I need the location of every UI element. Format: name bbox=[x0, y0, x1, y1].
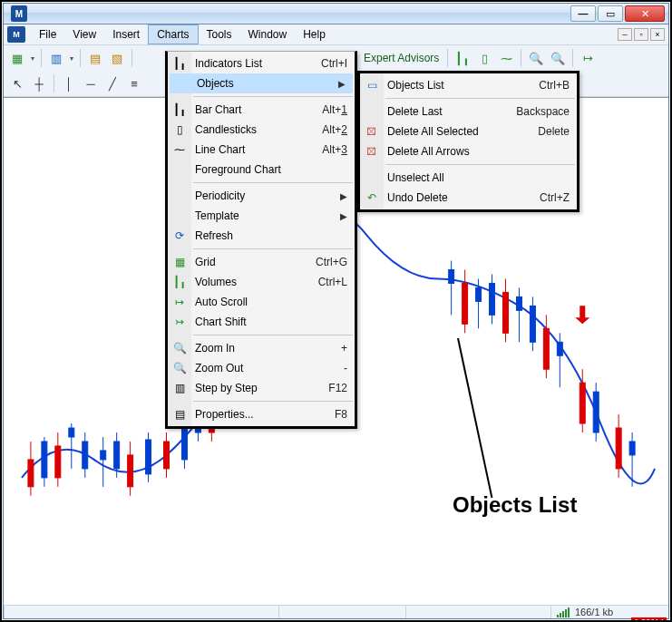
expert-advisors-label[interactable]: Expert Advisors bbox=[360, 52, 443, 64]
menu-item-template[interactable]: Template▶ bbox=[168, 206, 355, 226]
svg-rect-35 bbox=[579, 383, 585, 423]
svg-rect-23 bbox=[181, 423, 187, 460]
svg-rect-21 bbox=[146, 440, 151, 474]
undo-icon: ↶ bbox=[364, 191, 380, 204]
trendline-button[interactable]: ╱ bbox=[102, 73, 122, 93]
new-chart-button[interactable]: ▦ bbox=[7, 48, 27, 68]
svg-rect-11 bbox=[42, 442, 47, 478]
svg-rect-37 bbox=[616, 428, 621, 469]
svg-rect-19 bbox=[114, 442, 120, 469]
menu-item-line-chart[interactable]: ⁓Line ChartAlt+3 bbox=[168, 140, 355, 160]
menu-item-chart-shift[interactable]: ↣Chart Shift bbox=[168, 312, 355, 332]
svg-rect-5 bbox=[128, 455, 133, 487]
svg-rect-49 bbox=[557, 342, 562, 355]
svg-rect-3 bbox=[55, 446, 61, 478]
menu-window[interactable]: Window bbox=[240, 25, 296, 44]
mdi-close-button[interactable]: × bbox=[650, 28, 665, 41]
menubar: M File View Insert Charts Tools Window H… bbox=[4, 24, 668, 45]
profiles-button[interactable]: ▥ bbox=[46, 48, 66, 68]
vline-button[interactable]: │ bbox=[59, 73, 79, 93]
indicators-icon: ┃╻ bbox=[171, 57, 188, 70]
svg-rect-31 bbox=[502, 292, 508, 333]
zoom-out-icon: 🔍 bbox=[171, 362, 188, 374]
menu-item-properties[interactable]: ▤Properties...F8 bbox=[168, 404, 355, 424]
svg-rect-41 bbox=[476, 288, 482, 302]
properties-icon: ▤ bbox=[171, 408, 188, 421]
bar-chart-button[interactable]: ┃╻ bbox=[453, 48, 472, 68]
menu-charts[interactable]: Charts bbox=[148, 24, 198, 44]
candlestick-button[interactable]: ▯ bbox=[474, 48, 494, 68]
menu-item-indicators-list[interactable]: ┃╻Indicators ListCtrl+I bbox=[168, 53, 355, 73]
menu-item-step-by-step[interactable]: ▥Step by StepF12 bbox=[168, 378, 355, 398]
menu-item-refresh[interactable]: ⟳Refresh bbox=[168, 226, 355, 246]
submenu-item-delete-last[interactable]: Delete LastBackspace bbox=[360, 102, 577, 121]
delete-arrows-icon: ⛝ bbox=[364, 145, 380, 158]
price-badge: 1.32614 bbox=[631, 617, 667, 622]
market-watch-button[interactable]: ▤ bbox=[85, 48, 105, 68]
close-button[interactable] bbox=[625, 5, 665, 22]
chart-shift-icon: ↣ bbox=[171, 316, 188, 328]
crosshair-button[interactable]: ┼ bbox=[29, 73, 49, 93]
svg-rect-1 bbox=[28, 460, 34, 487]
refresh-icon: ⟳ bbox=[171, 229, 188, 242]
submenu-item-delete-all-selected[interactable]: ⛝Delete All SelectedDelete bbox=[360, 121, 577, 141]
connection-status: 166/1 kb bbox=[575, 607, 613, 617]
menu-view[interactable]: View bbox=[64, 25, 104, 44]
menu-item-zoom-in[interactable]: 🔍Zoom In+ bbox=[168, 338, 355, 358]
menu-item-zoom-out[interactable]: 🔍Zoom Out- bbox=[168, 358, 355, 378]
zoom-in-icon: 🔍 bbox=[171, 342, 188, 355]
volumes-icon: ┃╻ bbox=[171, 276, 188, 288]
submenu-item-undo-delete[interactable]: ↶Undo DeleteCtrl+Z bbox=[360, 188, 577, 208]
delete-selected-icon: ⛝ bbox=[364, 125, 380, 138]
menu-item-grid[interactable]: ▦GridCtrl+G bbox=[168, 252, 355, 272]
navigator-button[interactable]: ▧ bbox=[107, 48, 127, 68]
cursor-button[interactable]: ↖ bbox=[7, 73, 27, 93]
menu-item-objects[interactable]: Objects▶ bbox=[170, 73, 353, 93]
menu-item-volumes[interactable]: ┃╻VolumesCtrl+L bbox=[168, 272, 355, 292]
menu-item-bar-chart[interactable]: ┃╻Bar ChartAlt+1 bbox=[168, 100, 355, 120]
submenu-item-objects-list[interactable]: ▭Objects ListCtrl+B bbox=[360, 75, 577, 95]
submenu-item-delete-all-arrows[interactable]: ⛝Delete All Arrows bbox=[360, 141, 577, 161]
submenu-item-unselect-all[interactable]: Unselect All bbox=[360, 168, 577, 188]
line-chart-button[interactable]: ⁓ bbox=[496, 48, 516, 68]
mdi-minimize-button[interactable]: – bbox=[618, 28, 632, 41]
svg-rect-15 bbox=[83, 442, 88, 469]
app-menu-icon[interactable]: M bbox=[7, 26, 25, 43]
line-chart-icon: ⁓ bbox=[171, 143, 188, 156]
charts-dropdown-menu: ┃╻Indicators ListCtrl+I Objects▶ ┃╻Bar C… bbox=[165, 51, 357, 429]
app-icon: M bbox=[11, 5, 27, 22]
menu-file[interactable]: File bbox=[31, 25, 64, 44]
svg-rect-7 bbox=[164, 442, 170, 469]
maximize-button[interactable] bbox=[598, 5, 623, 22]
svg-rect-13 bbox=[69, 428, 74, 437]
svg-rect-17 bbox=[101, 451, 106, 460]
auto-scroll-icon: ↦ bbox=[171, 296, 188, 308]
svg-rect-45 bbox=[516, 296, 521, 310]
svg-rect-43 bbox=[490, 284, 495, 316]
zoom-out-button[interactable]: 🔍 bbox=[548, 48, 568, 68]
zoom-in-button[interactable]: 🔍 bbox=[526, 48, 546, 68]
minimize-button[interactable] bbox=[570, 5, 596, 22]
auto-scroll-button[interactable]: ↦ bbox=[578, 48, 598, 68]
bar-chart-icon: ┃╻ bbox=[171, 103, 188, 116]
menu-insert[interactable]: Insert bbox=[104, 25, 148, 44]
connection-signal-icon bbox=[557, 607, 570, 617]
hline-button[interactable]: ─ bbox=[81, 73, 101, 93]
svg-rect-53 bbox=[629, 442, 635, 455]
channel-button[interactable]: ≡ bbox=[124, 73, 144, 93]
mdi-restore-button[interactable]: ▫ bbox=[634, 28, 648, 41]
annotation-label: Objects List bbox=[453, 492, 577, 518]
menu-item-auto-scroll[interactable]: ↦Auto Scroll bbox=[168, 292, 355, 312]
menu-item-foreground-chart[interactable]: Foreground Chart bbox=[168, 160, 355, 180]
menu-tools[interactable]: Tools bbox=[199, 25, 240, 44]
menu-item-periodicity[interactable]: Periodicity▶ bbox=[168, 186, 355, 206]
svg-rect-33 bbox=[543, 328, 549, 369]
svg-rect-39 bbox=[449, 270, 454, 284]
candlestick-icon: ▯ bbox=[171, 123, 188, 136]
grid-icon: ▦ bbox=[171, 256, 188, 268]
titlebar: M bbox=[4, 4, 668, 24]
objects-submenu: ▭Objects ListCtrl+B Delete LastBackspace… bbox=[357, 71, 579, 212]
svg-rect-29 bbox=[463, 284, 468, 325]
menu-item-candlesticks[interactable]: ▯CandlesticksAlt+2 bbox=[168, 120, 355, 140]
menu-help[interactable]: Help bbox=[295, 25, 334, 44]
